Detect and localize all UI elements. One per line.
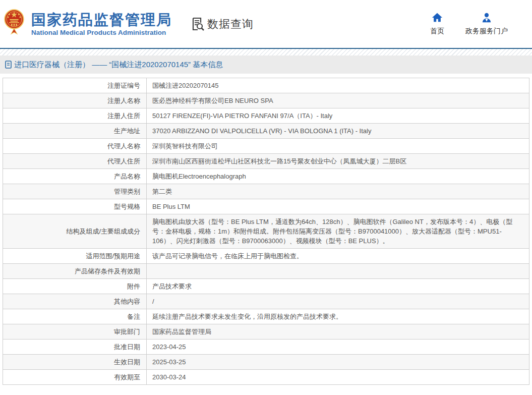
field-value: BE Plus LTM — [147, 199, 529, 214]
field-value: 产品技术要求 — [147, 279, 529, 294]
field-label: 有效期至 — [3, 370, 147, 385]
site-header: 国家药品监督管理局 National Medical Products Admi… — [0, 0, 532, 48]
field-label: 注册人名称 — [3, 93, 147, 108]
table-row: 注册人住所 50127 FIRENZE(FI)-VIA PIETRO FANFA… — [3, 108, 529, 124]
field-value: 该产品可记录脑电信号，在临床上用于脑电图检查。 — [147, 249, 529, 264]
file-icon — [5, 61, 12, 69]
field-value: 国械注进20202070145 — [147, 78, 529, 93]
field-label: 生产地址 — [3, 124, 147, 139]
field-value: 37020 ARBIZZANO DI VALPOLICELLA (VR) - V… — [147, 124, 529, 139]
field-label: 审批部门 — [3, 324, 147, 340]
table-row: 备注 延续注册产品技术要求未发生变化，沿用原核发的产品技术要求。 — [3, 309, 529, 324]
table-row: 其他内容 / — [3, 294, 529, 309]
user-icon — [481, 12, 492, 23]
field-value: 医必恩神经科学有限公司EB NEURO SPA — [147, 93, 529, 108]
table-row: 产品储存条件及有效期 — [3, 264, 529, 279]
field-label: 其他内容 — [3, 294, 147, 309]
table-row: 生效日期 2025-03-25 — [3, 355, 529, 370]
registration-info-table: 注册证编号 国械注进20202070145 注册人名称 医必恩神经科学有限公司E… — [3, 78, 529, 385]
field-value: 深圳市南山区西丽街道松坪山社区科技北一路15号聚友创业中心（凤凰城大厦）二层B区 — [147, 154, 529, 169]
field-value: 脑电图机Electroencephalograph — [147, 169, 529, 184]
nmpa-logo[interactable]: 国家药品监督管理局 National Medical Products Admi… — [4, 9, 172, 39]
field-label: 生效日期 — [3, 355, 147, 370]
field-value: 2030-03-24 — [147, 370, 529, 385]
national-emblem-icon — [4, 9, 24, 39]
field-value: 深圳英智科技有限公司 — [147, 139, 529, 154]
field-label: 批准日期 — [3, 340, 147, 355]
table-row: 结构及组成/主要组成成分 脑电图机由放大器（型号：BE Plus LTM，通道数… — [3, 214, 529, 249]
data-query-label: 数据查询 — [207, 17, 254, 32]
nav-item-portal[interactable]: 政务服务门户 — [465, 12, 508, 36]
field-label: 结构及组成/主要组成成分 — [3, 214, 147, 249]
field-label: 代理人名称 — [3, 139, 147, 154]
field-value: / — [147, 294, 529, 309]
field-label: 管理类别 — [3, 184, 147, 199]
nav-item-label: 首页 — [430, 27, 444, 36]
org-name-zh: 国家药品监督管理局 — [31, 12, 172, 28]
field-label: 注册证编号 — [3, 78, 147, 93]
table-row: 产品名称 脑电图机Electroencephalograph — [3, 169, 529, 184]
table-row: 有效期至 2030-03-24 — [3, 370, 529, 385]
field-value: 国家药品监督管理局 — [147, 324, 529, 340]
table-row: 型号规格 BE Plus LTM — [3, 199, 529, 214]
table-row: 审批部门 国家药品监督管理局 — [3, 324, 529, 340]
table-row: 注册人名称 医必恩神经科学有限公司EB NEURO SPA — [3, 93, 529, 108]
field-label: 备注 — [3, 309, 147, 324]
field-value: 2023-04-25 — [147, 340, 529, 355]
field-label: 注册人住所 — [3, 108, 147, 124]
document-search-icon — [191, 17, 204, 31]
header-hatch-band — [0, 49, 532, 55]
field-value: 延续注册产品技术要求未发生变化，沿用原核发的产品技术要求。 — [147, 309, 529, 324]
field-value: 第二类 — [147, 184, 529, 199]
table-row: 代理人名称 深圳英智科技有限公司 — [3, 139, 529, 154]
breadcrumb-text: 进口医疗器械（注册） —— “国械注进20202070145” 基本信息 — [14, 60, 223, 70]
field-value — [147, 264, 529, 279]
home-icon — [432, 12, 443, 23]
table-row: 附件 产品技术要求 — [3, 279, 529, 294]
top-nav: 首页 政务服务门户 — [430, 12, 522, 36]
table-row: 批准日期 2023-04-25 — [3, 340, 529, 355]
field-label: 型号规格 — [3, 199, 147, 214]
nav-item-label: 政务服务门户 — [465, 27, 508, 36]
org-name-en: National Medical Products Administration — [31, 29, 172, 36]
table-row: 注册证编号 国械注进20202070145 — [3, 78, 529, 93]
data-query-link[interactable]: 数据查询 — [191, 17, 254, 32]
table-row: 管理类别 第二类 — [3, 184, 529, 199]
breadcrumb: 进口医疗器械（注册） —— “国械注进20202070145” 基本信息 — [0, 55, 532, 74]
field-label: 适用范围/预期用途 — [3, 249, 147, 264]
field-value: 50127 FIRENZE(FI)-VIA PIETRO FANFANI 97/… — [147, 108, 529, 124]
field-label: 产品储存条件及有效期 — [3, 264, 147, 279]
field-label: 附件 — [3, 279, 147, 294]
nav-item-home[interactable]: 首页 — [430, 12, 444, 36]
table-row: 代理人住所 深圳市南山区西丽街道松坪山社区科技北一路15号聚友创业中心（凤凰城大… — [3, 154, 529, 169]
table-row: 适用范围/预期用途 该产品可记录脑电信号，在临床上用于脑电图检查。 — [3, 249, 529, 264]
field-value: 2025-03-25 — [147, 355, 529, 370]
field-label: 产品名称 — [3, 169, 147, 184]
field-value: 脑电图机由放大器（型号：BE Plus LTM，通道数为64ch、128ch）、… — [147, 214, 529, 249]
table-row: 生产地址 37020 ARBIZZANO DI VALPOLICELLA (VR… — [3, 124, 529, 139]
field-label: 代理人住所 — [3, 154, 147, 169]
